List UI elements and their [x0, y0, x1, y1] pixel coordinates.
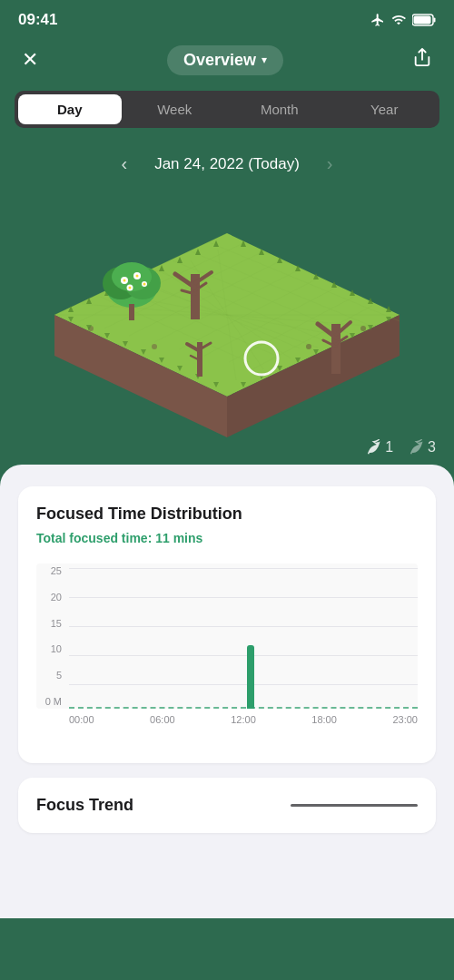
svg-rect-81 — [129, 304, 134, 320]
svg-point-79 — [129, 287, 132, 289]
y-label-5: 5 — [36, 670, 62, 681]
overview-title-container[interactable]: Overview ▾ — [167, 45, 283, 75]
garden-isometric — [18, 206, 436, 451]
tab-year[interactable]: Year — [333, 94, 437, 124]
chart-title: Focused Time Distribution — [36, 505, 418, 524]
header: ✕ Overview ▾ — [0, 36, 454, 91]
x-label-23: 23:00 — [392, 714, 418, 725]
chevron-down-icon: ▾ — [262, 54, 267, 66]
card-section: Focused Time Distribution Total focused … — [0, 465, 454, 918]
tab-month[interactable]: Month — [228, 94, 331, 124]
header-title: Overview — [183, 51, 256, 70]
svg-point-30 — [152, 344, 157, 349]
status-time: 09:41 — [18, 11, 57, 29]
x-label-12: 12:00 — [231, 714, 256, 725]
svg-rect-1 — [414, 16, 431, 24]
airplane-icon — [370, 13, 385, 27]
svg-point-32 — [360, 326, 366, 331]
dead-tree-badge: 3 — [408, 439, 436, 456]
status-icons — [370, 13, 436, 27]
bar-fill — [247, 645, 254, 709]
next-date-button[interactable]: › — [318, 150, 342, 178]
wifi-icon — [390, 13, 407, 27]
focused-time-card: Focused Time Distribution Total focused … — [18, 486, 436, 763]
svg-point-77 — [123, 279, 126, 282]
close-button[interactable]: ✕ — [18, 44, 42, 75]
dashed-baseline — [69, 707, 418, 709]
bar-chart: 0 M 5 10 15 20 25 — [36, 564, 418, 745]
svg-point-31 — [306, 344, 311, 349]
tab-week[interactable]: Week — [123, 94, 227, 124]
share-button[interactable] — [409, 44, 436, 76]
green-tree-count: 1 — [385, 439, 393, 456]
current-date: Jan 24, 2022 (Today) — [154, 155, 300, 173]
trend-header: Focus Trend — [36, 796, 418, 815]
y-label-25: 25 — [36, 565, 62, 576]
y-label-15: 15 — [36, 618, 62, 629]
y-label-10: 10 — [36, 643, 62, 654]
garden-scene: 1 3 — [0, 192, 454, 465]
svg-point-80 — [143, 283, 146, 286]
focused-minutes: 11 — [155, 531, 170, 545]
x-label-0: 00:00 — [69, 714, 94, 725]
svg-point-78 — [136, 275, 139, 278]
tab-day[interactable]: Day — [18, 94, 122, 124]
battery-icon — [412, 14, 436, 26]
tab-bar: Day Week Month Year — [15, 91, 439, 128]
trend-line-decoration — [291, 804, 418, 807]
chart-subtitle: Total focused time: 11 mins — [36, 531, 418, 545]
green-tree-badge: 1 — [365, 439, 393, 456]
subtitle-suffix: mins — [170, 531, 203, 545]
svg-rect-2 — [434, 18, 436, 23]
y-label-0: 0 M — [36, 696, 62, 707]
x-label-6: 06:00 — [150, 714, 175, 725]
focus-trend-card: Focus Trend — [18, 778, 436, 833]
y-label-20: 20 — [36, 592, 62, 603]
date-nav: ‹ Jan 24, 2022 (Today) › — [0, 142, 454, 192]
dead-tree-icon — [408, 439, 424, 456]
x-label-18: 18:00 — [311, 714, 337, 725]
prev-date-button[interactable]: ‹ — [112, 150, 136, 178]
dead-tree-count: 3 — [428, 439, 436, 456]
trend-title: Focus Trend — [36, 796, 133, 815]
tree-badges: 1 3 — [365, 439, 436, 456]
x-labels: 00:00 06:00 12:00 18:00 23:00 — [36, 709, 418, 725]
status-bar: 09:41 — [0, 0, 454, 36]
green-tree-icon — [365, 439, 381, 456]
subtitle-prefix: Total focused time: — [36, 531, 155, 545]
share-icon — [412, 47, 432, 67]
